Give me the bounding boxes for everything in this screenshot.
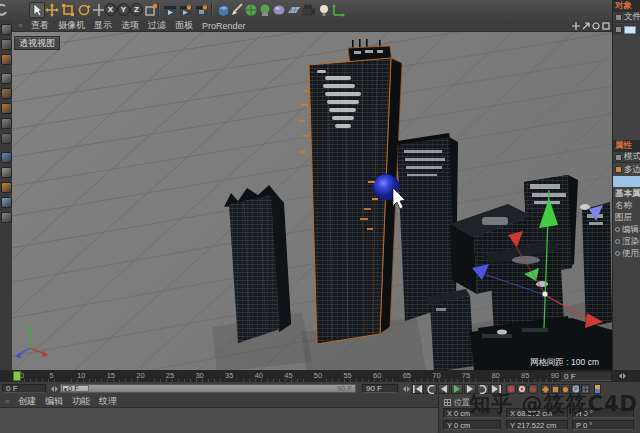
- play-forward-button[interactable]: [451, 384, 463, 394]
- camera-icon[interactable]: [301, 2, 317, 18]
- building-left-tower[interactable]: [224, 185, 291, 343]
- attr-row-renderer-visible[interactable]: 渲染器可见: [613, 236, 640, 247]
- undo-icon[interactable]: [0, 2, 9, 18]
- viewport-zoom-icon[interactable]: [582, 21, 590, 30]
- frame-inc-icon[interactable]: [623, 373, 629, 379]
- move-tool-icon[interactable]: [44, 2, 60, 18]
- timeline-range-slider[interactable]: 0 F 90 F: [60, 384, 356, 393]
- viewport-toggle-icon[interactable]: [602, 21, 610, 30]
- cinema4d-window: X Y Z: [0, 0, 640, 433]
- range-slider-handle[interactable]: 0 F: [62, 385, 89, 392]
- frame-dec-icon[interactable]: [616, 373, 622, 379]
- attr-row-use-color[interactable]: 使用颜色: [613, 248, 640, 259]
- section-basic[interactable]: 基本属性: [613, 188, 640, 199]
- play-reverse-button[interactable]: [425, 384, 437, 394]
- dock-tool-icon[interactable]: [1, 103, 12, 114]
- dock-tool-icon[interactable]: [1, 182, 12, 193]
- dock-tool-icon[interactable]: [1, 212, 12, 223]
- workplane-icon[interactable]: [330, 2, 346, 18]
- record-scale-toggle[interactable]: [551, 384, 560, 394]
- object-name-highlight[interactable]: [624, 26, 636, 34]
- floor-icon[interactable]: [286, 2, 302, 18]
- record-parameter-toggle[interactable]: P: [571, 384, 580, 394]
- record-rotation-toggle[interactable]: [561, 384, 570, 394]
- ruler-tick-label: 50: [314, 371, 322, 380]
- render-picture-viewer-icon[interactable]: [178, 2, 194, 18]
- position-x-field[interactable]: X 0 cm: [443, 408, 501, 418]
- rotation-p-field[interactable]: P 0 °: [572, 420, 634, 430]
- objects-file-menu[interactable]: 文件: [613, 12, 640, 23]
- vp-menu-camera[interactable]: 摄像机: [58, 19, 85, 32]
- mat-menu-function[interactable]: 功能: [72, 395, 90, 408]
- record-position-toggle[interactable]: [541, 384, 550, 394]
- vp-menu-view[interactable]: 查看: [31, 19, 49, 32]
- dock-tool-icon[interactable]: [1, 118, 12, 129]
- attribute-name-field-highlight[interactable]: [613, 176, 640, 187]
- viewport-3d[interactable]: 网格间距 : 100 cm 透视视图: [12, 32, 612, 370]
- ruler-tick-label: 55: [343, 371, 351, 380]
- record-keyframe-button[interactable]: [506, 384, 516, 394]
- tab-attributes[interactable]: 属性: [613, 140, 640, 152]
- dock-tool-icon[interactable]: [1, 197, 12, 208]
- viewport-pan-icon[interactable]: [572, 21, 580, 30]
- dock-tool-icon[interactable]: [1, 24, 12, 35]
- goto-end-button[interactable]: [490, 384, 502, 394]
- viewport-title[interactable]: 透视视图: [14, 36, 60, 50]
- toggle-circle-icon[interactable]: [615, 227, 620, 232]
- attributes-mode-menu[interactable]: 模式: [613, 152, 640, 163]
- main-toolbar: X Y Z: [0, 0, 640, 21]
- attr-row-editor-visible[interactable]: 编辑器可见: [613, 224, 640, 235]
- autokey-button[interactable]: [517, 384, 527, 394]
- render-settings-icon[interactable]: [194, 2, 210, 18]
- dock-tool-icon[interactable]: [1, 73, 12, 84]
- end-frame-field[interactable]: 90 F: [362, 384, 398, 393]
- previous-frame-button[interactable]: [438, 384, 450, 394]
- object-item[interactable]: [613, 24, 640, 35]
- size-x-field[interactable]: X 68.572 cm: [506, 408, 568, 418]
- mat-menu-create[interactable]: 创建: [18, 395, 36, 408]
- dock-tool-icon[interactable]: [1, 88, 12, 99]
- dock-tool-icon[interactable]: [1, 167, 12, 178]
- size-y-field[interactable]: Y 217.522 cm: [506, 420, 568, 430]
- position-y-field[interactable]: Y 0 cm: [443, 420, 501, 430]
- dock-tool-icon[interactable]: [1, 133, 12, 144]
- axis-z-lock-button[interactable]: Z: [130, 3, 143, 16]
- keyframe-selection-button[interactable]: [528, 384, 538, 394]
- axis-x-lock-button[interactable]: X: [104, 3, 117, 16]
- next-frame-button[interactable]: [464, 384, 476, 394]
- keying-preset-icon[interactable]: [594, 384, 601, 394]
- vp-menu-filter[interactable]: 过滤: [148, 19, 166, 32]
- toggle-circle-icon[interactable]: [615, 239, 620, 244]
- dock-tool-icon[interactable]: [1, 54, 12, 65]
- rotation-h-field[interactable]: H 0 °: [572, 408, 634, 418]
- axis-y-lock-button[interactable]: Y: [117, 3, 130, 16]
- ruler-tick-label: 90: [551, 371, 559, 380]
- tab-objects[interactable]: 对象: [613, 0, 640, 12]
- material-manager-area[interactable]: [0, 408, 438, 433]
- vp-menu-panel[interactable]: 面板: [175, 19, 193, 32]
- timeline-playhead[interactable]: [13, 371, 21, 381]
- render-view-icon[interactable]: [162, 2, 178, 18]
- rotate-tool-icon[interactable]: [76, 2, 92, 18]
- vp-menu-options[interactable]: 选项: [121, 19, 139, 32]
- dock-tool-icon[interactable]: [1, 39, 12, 50]
- record-pla-toggle[interactable]: [581, 384, 590, 394]
- vp-menu-display[interactable]: 显示: [94, 19, 112, 32]
- loop-start-field[interactable]: 0 F: [2, 384, 46, 393]
- live-selection-tool-icon[interactable]: [29, 2, 45, 18]
- volume-icon[interactable]: [271, 2, 287, 18]
- vp-menu-prorender[interactable]: ProRender: [202, 21, 246, 31]
- loop-start-dec-icon[interactable]: [48, 386, 54, 392]
- toggle-circle-icon[interactable]: [615, 251, 620, 256]
- end-dec-icon[interactable]: [400, 386, 406, 392]
- scale-tool-icon[interactable]: [60, 2, 76, 18]
- dock-tool-icon[interactable]: [1, 152, 12, 163]
- right-panel: 对象 文件 属性 模式 多边形 基本属性 名称 图层 编辑器可见 渲染器可见 使…: [612, 0, 640, 370]
- mat-menu-texture[interactable]: 纹理: [99, 395, 117, 408]
- current-frame-field[interactable]: 0 F: [560, 371, 612, 381]
- coordinate-system-icon[interactable]: [143, 2, 159, 18]
- mat-menu-edit[interactable]: 编辑: [45, 395, 63, 408]
- goto-start-button[interactable]: [412, 384, 424, 394]
- loop-forward-button[interactable]: [477, 384, 489, 394]
- viewport-rotate-icon[interactable]: [592, 21, 600, 30]
